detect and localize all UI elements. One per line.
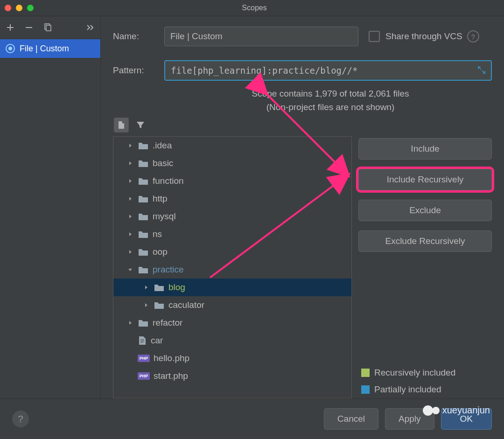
chevron-down-icon[interactable] — [126, 267, 134, 272]
wechat-icon — [432, 407, 440, 414]
watermark-text: xueyuanjun — [442, 405, 490, 416]
chevron-right-icon[interactable] — [126, 231, 134, 237]
chevron-right-icon[interactable] — [126, 249, 134, 255]
help-icon[interactable]: ? — [467, 30, 479, 42]
name-input[interactable]: File | Custom — [164, 27, 358, 46]
tree-row-start-php[interactable]: PHPstart.php — [113, 367, 351, 385]
close-window-icon[interactable] — [5, 5, 11, 11]
name-row: Name: File | Custom Share through VCS ? — [113, 27, 492, 46]
tree-row-blog[interactable]: blog — [113, 279, 351, 296]
tree-item-label: oop — [153, 247, 168, 257]
tree-item-label: .idea — [153, 140, 172, 151]
folder-icon — [154, 300, 165, 310]
maximize-window-icon[interactable] — [27, 5, 34, 11]
sidebar: File | Custom — [0, 16, 101, 399]
checkbox-icon[interactable] — [369, 31, 380, 42]
window-controls — [5, 5, 34, 11]
tree-item-label: car — [151, 335, 163, 346]
folder-icon — [138, 212, 149, 221]
expand-icon[interactable] — [85, 24, 95, 31]
tree-row-oop[interactable]: oop — [113, 243, 351, 261]
remove-icon[interactable] — [24, 23, 34, 32]
chevron-right-icon[interactable] — [142, 302, 150, 308]
tree-row-http[interactable]: http — [113, 190, 351, 208]
tree-item-label: mysql — [153, 211, 176, 222]
folder-icon — [138, 159, 149, 168]
tree-row-ns[interactable]: ns — [113, 225, 351, 243]
window-title: Scopes — [34, 4, 475, 12]
project-tree[interactable]: .ideabasicfunctionhttpmysqlnsooppractice… — [113, 136, 352, 398]
main-panel: Name: File | Custom Share through VCS ? … — [101, 16, 504, 399]
filter-icon[interactable] — [135, 120, 146, 130]
chevron-right-icon[interactable] — [142, 285, 150, 290]
tree-row-mysql[interactable]: mysql — [113, 208, 351, 225]
exclude-recursively-button[interactable]: Exclude Recursively — [358, 230, 492, 252]
chevron-right-icon[interactable] — [126, 143, 134, 148]
tree-row-car[interactable]: car — [113, 332, 351, 349]
legend-recursive: Recursively included — [361, 368, 492, 378]
chevron-right-icon[interactable] — [126, 178, 134, 184]
tree-item-label: refactor — [153, 318, 182, 328]
tree-row-caculator[interactable]: caculator — [113, 296, 351, 314]
tree-row-refactor[interactable]: refactor — [113, 314, 351, 332]
partial-swatch-icon — [361, 385, 370, 394]
radio-selected-icon — [6, 44, 15, 53]
include-recursively-button[interactable]: Include Recursively — [358, 169, 492, 190]
folder-icon — [154, 283, 165, 292]
cancel-button[interactable]: Cancel — [324, 408, 378, 430]
svg-rect-1 — [46, 25, 51, 31]
recursive-swatch-icon — [361, 369, 370, 377]
share-through-vcs[interactable]: Share through VCS — [369, 31, 462, 42]
sidebar-item-label: File | Custom — [20, 44, 69, 54]
tree-row-function[interactable]: function — [113, 172, 351, 190]
tree-item-label: hello.php — [154, 353, 189, 363]
name-label: Name: — [113, 31, 164, 42]
tree-zone: .ideabasicfunctionhttpmysqlnsooppractice… — [113, 136, 492, 398]
tree-row-hello-php[interactable]: PHPhello.php — [113, 349, 351, 367]
dialog-body: File | Custom Name: File | Custom Share … — [0, 16, 504, 399]
folder-icon — [138, 247, 149, 257]
file-icon — [138, 335, 147, 346]
chevron-right-icon[interactable] — [126, 214, 134, 219]
tree-item-label: basic — [153, 158, 173, 168]
legend: Recursively included Partially included — [358, 368, 492, 395]
tree-row-practice[interactable]: practice — [113, 261, 351, 279]
tree-item-label: start.php — [154, 371, 188, 381]
tree-item-label: http — [153, 194, 168, 204]
share-label: Share through VCS — [385, 31, 462, 42]
folder-icon — [138, 230, 149, 239]
scope-info-line2: (Non-project files are not shown) — [266, 102, 395, 112]
wechat-icon — [423, 405, 433, 416]
exclude-button[interactable]: Exclude — [358, 200, 492, 221]
pattern-input[interactable]: file[php_learning]:practice/blog//* — [164, 60, 492, 81]
scope-info: Scope contains 1,979 of total 2,061 file… — [169, 87, 492, 114]
add-icon[interactable] — [6, 23, 15, 32]
chevron-right-icon[interactable] — [126, 320, 134, 326]
copy-icon[interactable] — [43, 23, 52, 32]
tree-row-basic[interactable]: basic — [113, 154, 351, 172]
pattern-row: Pattern: file[php_learning]:practice/blo… — [113, 60, 492, 81]
scopes-dialog: Scopes File | Custom — [0, 0, 504, 439]
chevron-right-icon[interactable] — [126, 160, 134, 166]
help-button[interactable]: ? — [12, 411, 29, 427]
tree-row--idea[interactable]: .idea — [113, 137, 351, 154]
folder-icon — [138, 194, 149, 203]
tree-item-label: caculator — [168, 300, 204, 310]
minimize-window-icon[interactable] — [16, 5, 22, 11]
include-button[interactable]: Include — [358, 138, 492, 160]
folder-icon — [138, 176, 149, 186]
tree-item-label: ns — [153, 229, 162, 239]
sidebar-item-file-custom[interactable]: File | Custom — [0, 39, 100, 58]
chevron-right-icon[interactable] — [126, 196, 134, 202]
file-view-icon[interactable] — [114, 118, 129, 132]
tree-item-label: function — [153, 176, 184, 186]
titlebar: Scopes — [0, 0, 504, 16]
tree-item-label: blog — [168, 282, 185, 293]
name-input-value: File | Custom — [170, 31, 223, 42]
scope-info-line1: Scope contains 1,979 of total 2,061 file… — [252, 89, 409, 98]
pattern-input-value: file[php_learning]:practice/blog//* — [171, 65, 357, 76]
folder-icon — [138, 141, 149, 150]
legend-partial: Partially included — [361, 384, 492, 395]
expand-editor-icon[interactable] — [478, 65, 485, 76]
folder-icon — [138, 265, 149, 274]
